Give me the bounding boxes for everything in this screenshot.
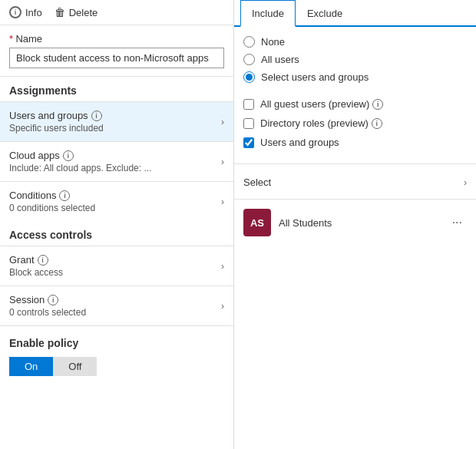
info-button[interactable]: i Info — [9, 6, 42, 18]
users-groups-sub: Specific users included — [9, 123, 221, 134]
checkbox-users-groups-label: Users and groups — [260, 137, 339, 148]
radio-all-users-label: All users — [261, 54, 299, 65]
access-controls-header: Access controls — [0, 221, 233, 246]
conditions-content: Conditions i 0 conditions selected — [9, 190, 221, 213]
info-label: Info — [25, 7, 42, 18]
required-star: * — [9, 33, 13, 45]
checkbox-guest-users-label: All guest users (preview) i — [260, 98, 383, 110]
cloud-apps-title: Cloud apps i — [9, 150, 221, 161]
checkbox-guest-users[interactable]: All guest users (preview) i — [243, 98, 467, 110]
radio-none[interactable]: None — [243, 36, 467, 48]
users-groups-content: Users and groups i Specific users includ… — [9, 110, 221, 134]
toggle-off-button[interactable]: Off — [53, 357, 97, 376]
name-input[interactable] — [9, 48, 224, 68]
users-groups-title: Users and groups i — [9, 110, 221, 121]
session-content: Session i 0 controls selected — [9, 294, 221, 318]
top-actions-bar: i Info 🗑 Delete — [0, 0, 233, 25]
avatar: AS — [243, 209, 271, 236]
checkbox-directory-roles-input[interactable] — [243, 118, 254, 129]
session-nav[interactable]: Session i 0 controls selected › — [0, 286, 233, 326]
radio-none-label: None — [261, 36, 285, 48]
grant-content: Grant i Block access — [9, 254, 221, 278]
group-name: All Students — [279, 217, 440, 229]
tab-exclude[interactable]: Exclude — [296, 0, 354, 27]
cloud-apps-sub: Include: All cloud apps. Exclude: ... — [9, 163, 221, 173]
radio-none-input[interactable] — [243, 36, 255, 48]
directory-roles-info-icon[interactable]: i — [372, 118, 382, 129]
radio-group: None All users Select users and groups — [234, 36, 476, 83]
name-label: * Name — [9, 33, 224, 45]
cloud-apps-info-icon[interactable]: i — [63, 150, 74, 161]
select-label: Select — [243, 177, 271, 188]
guest-users-info-icon[interactable]: i — [372, 99, 383, 110]
radio-select-users-label: Select users and groups — [261, 71, 369, 83]
divider-1 — [234, 163, 476, 164]
left-panel: i Info 🗑 Delete * Name Assignments Users… — [0, 0, 234, 449]
checkbox-users-groups[interactable]: Users and groups — [243, 137, 467, 148]
toggle-group: On Off — [9, 357, 224, 376]
delete-button[interactable]: 🗑 Delete — [55, 6, 98, 18]
cloud-apps-content: Cloud apps i Include: All cloud apps. Ex… — [9, 150, 221, 173]
tabs-bar: Include Exclude — [234, 0, 476, 27]
session-title: Session i — [9, 294, 221, 305]
conditions-sub: 0 conditions selected — [9, 203, 221, 213]
toggle-on-button[interactable]: On — [9, 357, 53, 376]
radio-select-users-input[interactable] — [243, 71, 255, 83]
conditions-title: Conditions i — [9, 190, 221, 201]
info-icon: i — [9, 6, 21, 18]
session-sub: 0 controls selected — [9, 307, 221, 318]
conditions-info-icon[interactable]: i — [59, 190, 70, 201]
checkbox-users-groups-input[interactable] — [243, 137, 254, 148]
trash-icon: 🗑 — [55, 6, 65, 18]
session-chevron: › — [221, 301, 224, 312]
users-groups-chevron: › — [221, 117, 224, 127]
checkbox-directory-roles-label: Directory roles (preview) i — [260, 117, 382, 129]
grant-chevron: › — [221, 261, 224, 272]
session-info-icon[interactable]: i — [48, 295, 58, 305]
grant-nav[interactable]: Grant i Block access › — [0, 246, 233, 286]
radio-all-users[interactable]: All users — [243, 54, 467, 65]
radio-all-users-input[interactable] — [243, 54, 255, 65]
enable-policy-header: Enable policy — [9, 337, 224, 349]
radio-select-users[interactable]: Select users and groups — [243, 71, 467, 83]
grant-info-icon[interactable]: i — [38, 255, 48, 266]
cloud-apps-chevron: › — [221, 157, 224, 167]
divider-2 — [234, 199, 476, 200]
delete-label: Delete — [69, 7, 98, 18]
cloud-apps-nav[interactable]: Cloud apps i Include: All cloud apps. Ex… — [0, 141, 233, 181]
assignments-header: Assignments — [0, 77, 233, 101]
name-section: * Name — [0, 25, 233, 77]
grant-title: Grant i — [9, 254, 221, 266]
checkbox-guest-users-input[interactable] — [243, 99, 254, 110]
enable-policy-section: Enable policy On Off — [0, 326, 233, 384]
checkbox-group: All guest users (preview) i Directory ro… — [234, 89, 476, 159]
tab-include[interactable]: Include — [240, 0, 296, 27]
users-groups-nav[interactable]: Users and groups i Specific users includ… — [0, 101, 233, 141]
select-row[interactable]: Select › — [234, 169, 476, 196]
conditions-nav[interactable]: Conditions i 0 conditions selected › — [0, 181, 233, 221]
users-groups-info-icon[interactable]: i — [91, 111, 102, 121]
right-panel: Include Exclude None All users Select us… — [234, 0, 476, 449]
conditions-chevron: › — [221, 196, 224, 207]
ellipsis-button[interactable]: ··· — [448, 214, 467, 231]
checkbox-directory-roles[interactable]: Directory roles (preview) i — [243, 117, 467, 129]
group-item: AS All Students ··· — [234, 203, 476, 243]
select-chevron: › — [464, 177, 467, 188]
grant-sub: Block access — [9, 267, 221, 278]
